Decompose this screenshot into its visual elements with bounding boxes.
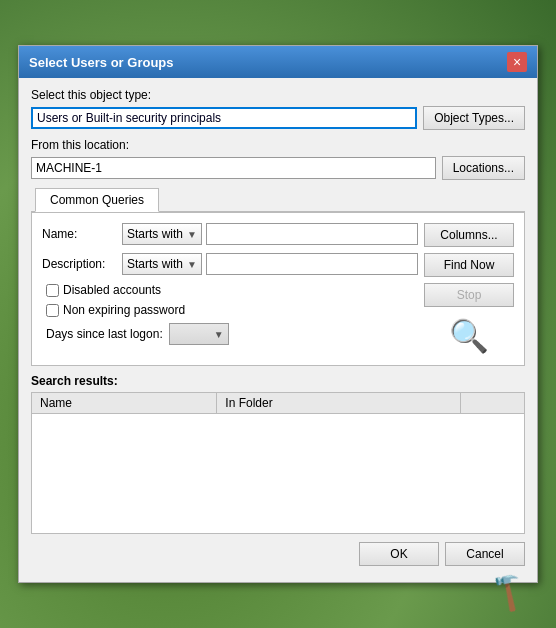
queries-right: Columns... Find Now Stop 🔍 [424, 223, 514, 355]
columns-button[interactable]: Columns... [424, 223, 514, 247]
object-type-label: Select this object type: [31, 88, 525, 102]
nonexpiring-password-label: Non expiring password [63, 303, 185, 317]
name-row: Name: Starts with ▼ [42, 223, 418, 245]
days-dropdown-arrow: ▼ [214, 329, 224, 340]
ok-button[interactable]: OK [359, 542, 439, 566]
queries-inner: Name: Starts with ▼ Description: Starts [42, 223, 514, 355]
col-name: Name [32, 393, 217, 414]
nonexpiring-password-checkbox[interactable] [46, 304, 59, 317]
col-in-folder: In Folder [217, 393, 460, 414]
desc-dropdown-value: Starts with [127, 257, 183, 271]
days-row: Days since last logon: ▼ [46, 323, 418, 345]
desc-dropdown[interactable]: Starts with ▼ [122, 253, 202, 275]
object-type-input[interactable] [31, 107, 417, 129]
desc-input[interactable] [206, 253, 418, 275]
name-dropdown[interactable]: Starts with ▼ [122, 223, 202, 245]
search-icon-area: 🔍 [424, 317, 514, 355]
queries-panel: Name: Starts with ▼ Description: Starts [31, 212, 525, 366]
location-label: From this location: [31, 138, 525, 152]
disabled-accounts-row: Disabled accounts [46, 283, 418, 297]
tab-bar: Common Queries [31, 188, 525, 212]
nonexpiring-password-row: Non expiring password [46, 303, 418, 317]
disabled-accounts-label: Disabled accounts [63, 283, 161, 297]
name-label: Name: [42, 227, 122, 241]
dialog-body: Select this object type: Object Types...… [19, 78, 537, 582]
cancel-button[interactable]: Cancel [445, 542, 525, 566]
description-label: Description: [42, 257, 122, 271]
days-dropdown[interactable]: ▼ [169, 323, 229, 345]
object-type-row: Object Types... [31, 106, 525, 130]
close-button[interactable]: × [507, 52, 527, 72]
object-types-button[interactable]: Object Types... [423, 106, 525, 130]
results-body [32, 414, 525, 534]
name-input[interactable] [206, 223, 418, 245]
queries-left: Name: Starts with ▼ Description: Starts [42, 223, 418, 355]
location-row: Locations... [31, 156, 525, 180]
title-bar: Select Users or Groups × [19, 46, 537, 78]
name-dropdown-arrow: ▼ [187, 229, 197, 240]
common-queries-tab[interactable]: Common Queries [35, 188, 159, 212]
search-results-label: Search results: [31, 374, 525, 388]
disabled-accounts-checkbox[interactable] [46, 284, 59, 297]
find-now-button[interactable]: Find Now [424, 253, 514, 277]
desc-dropdown-arrow: ▼ [187, 259, 197, 270]
dialog-title: Select Users or Groups [29, 55, 174, 70]
stop-button[interactable]: Stop [424, 283, 514, 307]
search-magnifier-icon: 🔍 [449, 317, 489, 355]
results-table: Name In Folder [31, 392, 525, 534]
description-row: Description: Starts with ▼ [42, 253, 418, 275]
locations-button[interactable]: Locations... [442, 156, 525, 180]
name-dropdown-value: Starts with [127, 227, 183, 241]
location-input[interactable] [31, 157, 436, 179]
col-empty [460, 393, 524, 414]
select-users-dialog: Select Users or Groups × Select this obj… [18, 45, 538, 583]
bottom-row: OK Cancel [31, 542, 525, 566]
days-label: Days since last logon: [46, 327, 163, 341]
